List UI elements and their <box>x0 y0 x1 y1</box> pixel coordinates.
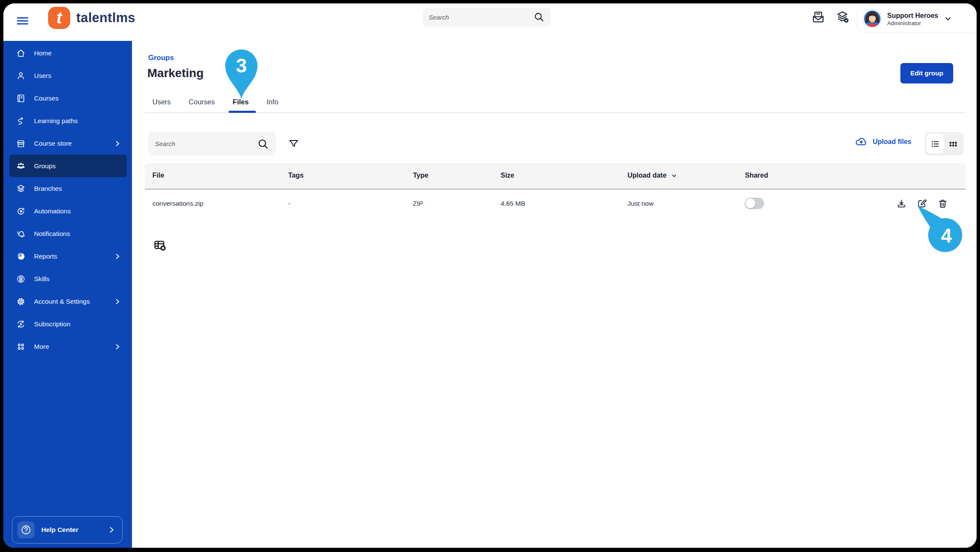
files-table: File Tags Type Size Upload date Shared c… <box>145 163 966 218</box>
breadcrumb[interactable]: Groups <box>148 54 174 62</box>
col-header-file: File <box>152 172 164 179</box>
sidebar-item-course-store[interactable]: Course store <box>9 132 127 155</box>
sidebar-item-label: Branches <box>34 185 121 193</box>
home-icon <box>16 49 26 58</box>
sidebar-item-account-settings[interactable]: Account & Settings <box>9 290 127 313</box>
groups-icon <box>16 161 26 171</box>
chevron-right-icon <box>114 140 121 147</box>
help-icon <box>17 521 34 538</box>
sidebar-item-automations[interactable]: Automations <box>9 200 127 222</box>
filter-icon[interactable] <box>288 138 300 150</box>
tab-info[interactable]: Info <box>266 98 278 106</box>
cell-size: 4.65 MB <box>501 200 525 207</box>
cell-upload-date: Just now <box>628 200 653 207</box>
col-header-type: Type <box>413 172 428 179</box>
list-view-icon <box>930 139 940 149</box>
sidebar-item-users[interactable]: Users <box>9 64 127 87</box>
sidebar-item-skills[interactable]: Skills <box>9 267 127 290</box>
layers-icon <box>16 184 26 193</box>
edit-group-button[interactable]: Edit group <box>900 63 953 83</box>
main-content: Groups Marketing Edit group Users Course… <box>132 41 977 548</box>
sidebar-item-label: Subscription <box>34 320 121 328</box>
download-icon[interactable] <box>896 198 907 209</box>
chevron-right-icon <box>114 298 121 305</box>
global-search-input[interactable] <box>429 14 533 21</box>
sidebar-item-learning-paths[interactable]: Learning paths <box>9 109 127 132</box>
help-center-button[interactable]: Help Center <box>12 516 123 543</box>
edit-icon[interactable] <box>917 198 927 209</box>
customize-table-icon[interactable] <box>153 239 167 252</box>
sidebar-item-more[interactable]: More <box>9 335 127 358</box>
files-search-input[interactable] <box>155 140 257 147</box>
chevron-down-icon[interactable] <box>943 14 953 23</box>
cell-type: ZIP <box>413 200 423 207</box>
search-icon[interactable] <box>257 138 269 150</box>
sidebar-item-branches[interactable]: Branches <box>9 177 127 200</box>
search-icon[interactable] <box>533 12 544 23</box>
renew-dollar-icon: $ <box>16 319 26 329</box>
grid-view-button[interactable] <box>944 134 962 154</box>
view-toggle <box>925 132 964 155</box>
shared-toggle[interactable] <box>745 198 764 209</box>
cell-tags: - <box>288 200 290 207</box>
app-window: t talentlms <box>3 3 977 548</box>
sidebar-item-label: Groups <box>34 162 121 170</box>
sidebar-item-label: Courses <box>34 95 121 102</box>
annotation-marker-3-number: 3 <box>236 55 247 77</box>
gear-icon <box>16 297 26 306</box>
topbar: t talentlms <box>3 3 977 41</box>
sidebar-item-label: Account & Settings <box>34 298 106 305</box>
automation-icon <box>16 207 26 216</box>
col-header-size: Size <box>501 172 514 179</box>
brand-logo[interactable]: t talentlms <box>48 6 135 30</box>
list-view-button[interactable] <box>926 134 944 154</box>
grid-view-icon <box>948 139 958 149</box>
chevron-right-icon <box>108 526 115 534</box>
delete-icon[interactable] <box>937 198 948 209</box>
sidebar-item-home[interactable]: Home <box>9 42 127 64</box>
sidebar-item-label: More <box>34 343 106 351</box>
user-name: Support Heroes <box>887 12 938 20</box>
tab-courses[interactable]: Courses <box>189 98 215 106</box>
brand-logo-icon: t <box>48 7 70 29</box>
brand-logo-text: talentlms <box>76 10 135 26</box>
sidebar-item-label: Learning paths <box>34 117 121 125</box>
annotation-marker-3: 3 <box>224 49 258 99</box>
sidebar-item-reports[interactable]: Reports <box>9 245 127 267</box>
tab-users[interactable]: Users <box>152 98 171 106</box>
tab-files[interactable]: Files <box>233 98 249 106</box>
col-header-upload-date[interactable]: Upload date <box>628 172 677 179</box>
branches-badge-icon[interactable] <box>836 10 850 24</box>
sort-chevron-down-icon <box>671 172 677 179</box>
global-search[interactable] <box>423 8 550 26</box>
sidebar-item-subscription[interactable]: $ Subscription <box>9 313 127 335</box>
sidebar-item-label: Reports <box>34 253 106 260</box>
user-icon <box>16 71 26 80</box>
menu-toggle-icon[interactable] <box>16 14 29 27</box>
active-tab-indicator <box>229 111 256 113</box>
annotation-marker-4-number: 4 <box>941 224 952 247</box>
sidebar-item-groups[interactable]: Groups <box>9 155 127 177</box>
book-icon <box>16 94 26 103</box>
toggle-knob <box>745 198 755 208</box>
chevron-right-icon <box>114 253 121 260</box>
user-info: Support Heroes Administrator <box>887 12 938 26</box>
col-header-shared: Shared <box>745 172 768 179</box>
sidebar-item-label: Course store <box>34 140 106 147</box>
cell-file: conversations.zip <box>152 200 203 207</box>
sidebar-item-courses[interactable]: Courses <box>9 87 127 109</box>
inbox-icon[interactable] <box>811 10 825 24</box>
page-title: Marketing <box>147 66 203 80</box>
user-profile-menu[interactable]: Support Heroes Administrator <box>857 5 977 33</box>
col-header-tags: Tags <box>288 172 304 179</box>
bell-icon <box>16 229 26 239</box>
sidebar-item-notifications[interactable]: Notifications <box>9 222 127 245</box>
table-row[interactable]: conversations.zip - ZIP 4.65 MB Just now <box>145 190 966 218</box>
chevron-right-icon <box>114 343 121 350</box>
more-dots-icon <box>16 342 26 351</box>
sidebar-item-label: Home <box>34 49 121 57</box>
files-search[interactable] <box>148 132 276 155</box>
upload-files-button[interactable]: Upload files <box>855 135 911 148</box>
store-icon <box>16 139 26 148</box>
sidebar-item-label: Users <box>34 72 121 80</box>
